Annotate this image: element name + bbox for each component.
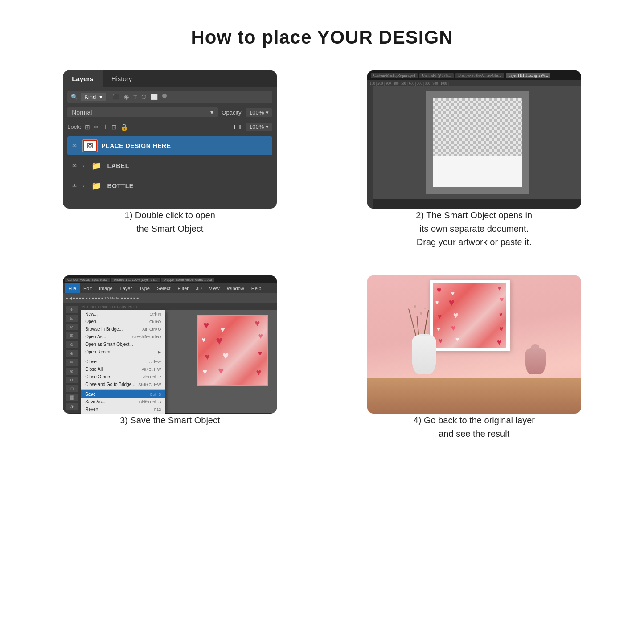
result-heart-6: ♥ <box>500 296 504 304</box>
expand-chevron-bottle: › <box>82 184 84 189</box>
blend-mode-label: Normal <box>72 109 92 116</box>
menu-view[interactable]: View <box>205 283 223 293</box>
step-1-cell: Layers History 🔍 Kind ▾ ⬛ ◉ <box>36 70 304 249</box>
ps-tab-1[interactable]: Contour-Mockup-Square.psd <box>371 73 418 78</box>
step-1-line2: the Smart Object <box>136 224 203 234</box>
artwork-frame: ♥ ♥ ♥ ♥ ♥ ♥ ♥ ♥ ♥ ♥ ♥ ♥ ♥ <box>430 280 510 351</box>
step-4-line1: 4) Go back to the original layer <box>414 415 535 425</box>
tool-move[interactable]: ✛ <box>66 306 78 313</box>
lock-artboard-icon[interactable]: ⊡ <box>111 123 117 131</box>
menu-layer[interactable]: Layer <box>116 283 136 293</box>
kind-dropdown[interactable]: Kind ▾ <box>81 93 106 101</box>
vase-opening <box>419 334 429 336</box>
result-heart-14: ♥ <box>455 336 459 343</box>
result-heart-11: ♥ <box>451 324 456 333</box>
menu-browse-bridge[interactable]: Browse in Bridge...Alt+Ctrl+O <box>81 325 165 333</box>
visibility-eye-icon-2[interactable]: 👁 <box>70 163 79 169</box>
heart-1: ♥ <box>203 320 209 331</box>
menu-save[interactable]: SaveCtrl+S <box>81 390 165 398</box>
ps-tab-4[interactable]: Layer 111111.psd @ 25%... <box>506 73 550 78</box>
room-table <box>367 378 581 414</box>
menu-revert[interactable]: RevertF12 <box>81 406 165 413</box>
opacity-value[interactable]: 100% ▾ <box>246 108 272 117</box>
layer-row-design[interactable]: 👁 PLACE DESIGN HERE <box>67 136 272 155</box>
lock-position-icon[interactable]: ✛ <box>103 123 108 131</box>
menu-new[interactable]: New...Ctrl+N <box>81 310 165 318</box>
fm-toolbar-content: ▶ ◀ ■ ■ ■ ■ ■ ■ ■ ■ ■ ■ 3D Mode: ■ ■ ■ ■… <box>66 296 274 300</box>
tool-gradient[interactable]: ▓ <box>66 394 78 401</box>
fm-doc-tab2[interactable]: Untitled-1 @ 100% (Layer 2 c... <box>111 278 160 282</box>
tool-eyedropper[interactable]: ⊘ <box>66 341 78 348</box>
vase-right-opening <box>531 344 539 349</box>
menu-open[interactable]: Open...Ctrl+O <box>81 318 165 325</box>
tool-brush[interactable]: ✏ <box>66 359 78 366</box>
step-2-line1: 2) The Smart Object opens in <box>416 210 532 220</box>
menu-save-as[interactable]: Save As...Shift+Ctrl+S <box>81 398 165 406</box>
fm-doc-tab3[interactable]: Dropper-Bottle-Amber-Glass-1.psd <box>161 278 214 282</box>
ps-tab-2[interactable]: Untitled-1 @ 33%... <box>419 73 454 78</box>
lock-all-icon[interactable]: 🔒 <box>120 123 128 131</box>
menu-close-others[interactable]: Close OthersAlt+Ctrl+P <box>81 373 165 381</box>
panel-tabs: Layers History <box>63 70 277 87</box>
lock-pixels-icon[interactable]: ⊞ <box>85 123 90 131</box>
heart-6: ♥ <box>258 332 263 341</box>
step-2-line2: its own separate document. <box>419 224 529 234</box>
tool-lasso[interactable]: ⊙ <box>66 324 78 331</box>
heart-11: ♥ <box>218 365 224 377</box>
pixel-icon: ⬛ <box>112 94 119 100</box>
menu-close-all[interactable]: Close AllAlt+Ctrl+W <box>81 365 165 373</box>
svg-point-1 <box>89 144 91 147</box>
heart-8: ♥ <box>222 349 229 362</box>
step-2-line3: Drag your artwork or paste it. <box>417 237 532 247</box>
fm-menu-bar: File Edit Image Layer Type Select Filter… <box>63 283 277 293</box>
tab-layers[interactable]: Layers <box>63 70 102 87</box>
menu-3d[interactable]: 3D <box>192 283 205 293</box>
visibility-eye-icon[interactable]: 👁 <box>70 143 79 149</box>
menu-window[interactable]: Window <box>223 283 248 293</box>
bud-3 <box>420 312 422 315</box>
blend-mode-dropdown[interactable]: Normal ▾ <box>67 107 218 117</box>
fm-artwork-canvas: ♥ ♥ ♥ ♥ ♥ ♥ ♥ ♥ ♥ ♥ <box>197 315 268 386</box>
tool-heal[interactable]: ⊕ <box>66 350 78 357</box>
opacity-chevron: ▾ <box>266 109 269 116</box>
opacity-section: Opacity: 100% ▾ <box>222 108 272 117</box>
lock-paint-icon[interactable]: ✏ <box>94 123 99 131</box>
visibility-eye-icon-3[interactable]: 👁 <box>70 183 79 189</box>
tool-eraser[interactable]: ◻ <box>66 385 78 392</box>
menu-open-recent[interactable]: Open Recent▶ <box>81 348 165 356</box>
fill-value[interactable]: 100% ▾ <box>246 123 272 131</box>
page-title: How to place YOUR DESIGN <box>36 27 608 48</box>
menu-close[interactable]: CloseCtrl+W <box>81 358 165 365</box>
menu-file[interactable]: File <box>65 283 80 293</box>
result-heart-12: ♥ <box>499 325 504 333</box>
layer-row-label[interactable]: 👁 › 📁 LABEL <box>67 156 272 175</box>
vase-body-right <box>525 348 546 374</box>
tool-select[interactable]: ⊡ <box>66 315 78 322</box>
shape-icon: ⬡ <box>141 94 146 100</box>
tab-history[interactable]: History <box>103 70 141 87</box>
menu-type[interactable]: Type <box>135 283 153 293</box>
file-menu-screenshot: Contour-Mockup-Square.psd Untitled-1 @ 1… <box>63 275 277 414</box>
search-icon: 🔍 <box>71 94 78 100</box>
result-heart-1: ♥ <box>437 286 442 295</box>
menu-open-as[interactable]: Open As...Alt+Shift+Ctrl+O <box>81 333 165 340</box>
menu-close-bridge[interactable]: Close and Go to Bridge...Shift+Ctrl+W <box>81 381 165 388</box>
fm-hearts-artwork: ♥ ♥ ♥ ♥ ♥ ♥ ♥ ♥ ♥ ♥ <box>198 316 267 385</box>
tool-crop[interactable]: ⊞ <box>66 332 78 339</box>
menu-help[interactable]: Help <box>248 283 265 293</box>
heart-12: ♥ <box>256 367 261 377</box>
ps-tab-3[interactable]: Dropper-Bottle-Amber-Glas... <box>455 73 504 78</box>
tool-history[interactable]: ↺ <box>66 377 78 384</box>
tool-dodge[interactable]: ◑ <box>66 403 78 410</box>
menu-filter[interactable]: Filter <box>174 283 192 293</box>
menu-open-smart[interactable]: Open as Smart Object... <box>81 340 165 348</box>
menu-edit[interactable]: Edit <box>80 283 95 293</box>
menu-image[interactable]: Image <box>95 283 116 293</box>
fm-doc-tab1[interactable]: Contour-Mockup-Square.psd <box>65 278 110 282</box>
step-2-cell: Contour-Mockup-Square.psd Untitled-1 @ 3… <box>340 70 609 249</box>
layer-row-bottle[interactable]: 👁 › 📁 BOTTLE <box>67 176 272 195</box>
kind-filter-icons: ⬛ ◉ T ⬡ ⬜ <box>112 94 167 100</box>
tool-clone[interactable]: ⊛ <box>66 368 78 375</box>
menu-select[interactable]: Select <box>153 283 174 293</box>
step-4-line2: and see the result <box>439 429 509 439</box>
